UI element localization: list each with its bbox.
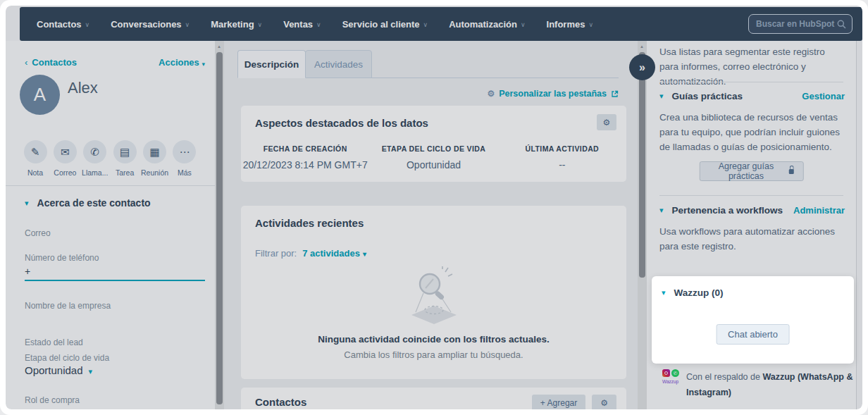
powered-by-text: Con el respaldo de Wazzup (WhatsApp & In… bbox=[686, 369, 855, 400]
highlight-columns: FECHA DE CREACIÓN 20/12/2023 8:14 PM GMT… bbox=[241, 144, 626, 171]
right-scrollbar[interactable]: ▲ bbox=[638, 41, 647, 409]
global-search[interactable] bbox=[748, 14, 852, 34]
gear-icon: ⚙ bbox=[487, 89, 495, 99]
phone-field-value[interactable]: + bbox=[25, 266, 30, 277]
chevron-down-icon: ∨ bbox=[588, 21, 593, 28]
card-settings-button[interactable]: ⚙ bbox=[597, 114, 616, 130]
card-title: Aspectos destacados de los datos bbox=[255, 117, 428, 129]
chevron-down-icon: ▾ bbox=[202, 61, 205, 68]
quick-action-label: Tarea bbox=[116, 168, 134, 177]
chevron-down-icon[interactable]: ▾ bbox=[659, 92, 664, 101]
lifecycle-stage-dropdown[interactable]: Oportunidad▾ bbox=[25, 364, 92, 376]
instagram-icon bbox=[662, 369, 670, 377]
divider bbox=[659, 195, 843, 196]
scrollbar-thumb[interactable] bbox=[216, 52, 223, 404]
tab-actividades[interactable]: Actividades bbox=[305, 50, 372, 78]
buying-role-field-label: Rol de compra bbox=[25, 395, 80, 405]
quick-action-label: Más bbox=[178, 168, 192, 177]
guides-description: Crea una biblioteca de recursos de venta… bbox=[659, 110, 844, 154]
highlight-column: ÚLTIMA ACTIVIDAD -- bbox=[498, 144, 626, 171]
administer-workflows-link[interactable]: Administrar bbox=[793, 205, 845, 216]
nav-item-conversaciones[interactable]: Conversaciones∨ bbox=[111, 19, 190, 30]
note-icon: ✎ bbox=[24, 140, 47, 163]
highlight-column: FECHA DE CREACIÓN 20/12/2023 8:14 PM GMT… bbox=[241, 144, 369, 171]
nav-menu: Contactos∨ Conversaciones∨ Marketing∨ Ve… bbox=[20, 19, 593, 30]
back-to-contacts-link[interactable]: ‹Contactos bbox=[25, 57, 77, 68]
about-contact-section-header[interactable]: ▾ Acerca de este contacto bbox=[25, 197, 151, 209]
avatar: A bbox=[20, 75, 60, 115]
envelope-icon: ✉ bbox=[54, 140, 77, 163]
chevron-left-icon: ‹ bbox=[25, 57, 27, 68]
contacts-settings-button[interactable]: ⚙ bbox=[592, 395, 616, 409]
phone-field-label: Número de teléfono bbox=[25, 253, 99, 263]
hubspot-app: Contactos∨ Conversaciones∨ Marketing∨ Ve… bbox=[6, 6, 862, 409]
nav-item-label: Contactos bbox=[37, 19, 82, 30]
wazzup-footer: ✆ Wazzup Con el respaldo de Wazzup (What… bbox=[662, 369, 855, 400]
calendar-icon: ▦ bbox=[143, 140, 166, 163]
task-button[interactable]: ▤Tarea bbox=[111, 140, 139, 177]
search-icon bbox=[837, 20, 846, 29]
nav-item-marketing[interactable]: Marketing∨ bbox=[211, 19, 262, 30]
workflows-description: Usa workflows para automatizar acciones … bbox=[659, 224, 844, 254]
note-button[interactable]: ✎Nota bbox=[21, 140, 49, 177]
chevron-down-icon: ∨ bbox=[521, 21, 526, 28]
highlight-label: FECHA DE CREACIÓN bbox=[241, 144, 369, 153]
manage-guides-link[interactable]: Gestionar bbox=[802, 91, 845, 101]
nav-item-informes[interactable]: Informes∨ bbox=[547, 19, 594, 30]
lifecycle-field-label: Etapa del ciclo de vida bbox=[25, 353, 109, 363]
nav-item-automatizacion[interactable]: Automatización∨ bbox=[449, 19, 525, 30]
wazzup-logo-text: Wazzup bbox=[662, 379, 678, 384]
chevron-down-icon: ▾ bbox=[25, 199, 29, 208]
contacts-card-actions: + Agregar ⚙ bbox=[532, 395, 616, 409]
external-link-icon bbox=[611, 90, 619, 98]
filter-value: 7 actividades bbox=[302, 248, 360, 259]
highlight-value: -- bbox=[498, 159, 626, 171]
email-button[interactable]: ✉Correo bbox=[51, 140, 79, 177]
call-button[interactable]: ✆Llama... bbox=[81, 140, 109, 177]
scrollbar-thumb[interactable] bbox=[639, 52, 645, 278]
nav-item-label: Conversaciones bbox=[111, 19, 181, 30]
about-section-title: Acerca de este contacto bbox=[37, 197, 151, 209]
contact-sidebar: ‹Contactos Acciones ▾ A Alex ✎Nota ✉Corr… bbox=[6, 41, 215, 409]
scroll-up-icon[interactable]: ▲ bbox=[640, 44, 644, 49]
add-guides-label: Agregar guías prácticas bbox=[709, 161, 783, 181]
actions-label: Acciones bbox=[159, 57, 199, 68]
nav-item-label: Informes bbox=[547, 19, 585, 30]
add-contact-button[interactable]: + Agregar bbox=[532, 395, 585, 409]
wazzup-section-spotlight: ▾ Wazzup (0) Chat abierto bbox=[652, 276, 854, 364]
nav-item-label: Servicio al cliente bbox=[342, 19, 420, 30]
collapse-panel-button[interactable]: » bbox=[629, 54, 655, 80]
nav-item-label: Ventas bbox=[283, 19, 313, 30]
chevron-down-icon: ▾ bbox=[89, 367, 93, 376]
nav-item-ventas[interactable]: Ventas∨ bbox=[283, 19, 321, 30]
middle-scrollbar[interactable]: ▲ bbox=[215, 41, 224, 409]
wazzup-logo: ✆ Wazzup bbox=[662, 369, 683, 400]
add-guides-button[interactable]: Agregar guías prácticas bbox=[699, 161, 804, 181]
nav-item-contactos[interactable]: Contactos∨ bbox=[37, 19, 89, 30]
divider bbox=[6, 185, 215, 186]
chevron-down-icon[interactable]: ▾ bbox=[659, 206, 664, 215]
nav-item-label: Automatización bbox=[449, 19, 517, 30]
empty-state-title: Ninguna actividad coincide con los filtr… bbox=[241, 334, 626, 345]
quick-actions-row: ✎Nota ✉Correo ✆Llama... ▤Tarea ▦Reunión … bbox=[21, 140, 199, 177]
tab-descripcion[interactable]: Descripción bbox=[237, 50, 306, 78]
chevron-down-icon[interactable]: ▾ bbox=[662, 288, 666, 297]
open-chat-button[interactable]: Chat abierto bbox=[716, 324, 790, 345]
nav-item-servicio[interactable]: Servicio al cliente∨ bbox=[342, 19, 428, 30]
record-main-panel: Descripción Actividades ⚙ Personalizar l… bbox=[224, 41, 638, 409]
email-field-label: Correo bbox=[25, 228, 51, 238]
customize-tabs-link[interactable]: ⚙ Personalizar las pestañas bbox=[487, 89, 619, 99]
chevron-down-icon: ∨ bbox=[423, 21, 428, 28]
scroll-up-icon[interactable]: ▲ bbox=[217, 44, 221, 49]
actions-dropdown[interactable]: Acciones ▾ bbox=[159, 57, 205, 68]
activities-filter-dropdown[interactable]: 7 actividades▾ bbox=[302, 248, 366, 259]
search-input[interactable] bbox=[755, 18, 837, 30]
task-icon: ▤ bbox=[113, 140, 137, 163]
meeting-button[interactable]: ▦Reunión bbox=[141, 140, 169, 177]
more-button[interactable]: ⋯Más bbox=[170, 140, 199, 177]
chevron-down-icon: ▾ bbox=[363, 250, 366, 258]
add-button-label: Agregar bbox=[547, 398, 578, 408]
avatar-initial: A bbox=[34, 84, 46, 106]
customize-tabs-label: Personalizar las pestañas bbox=[499, 89, 607, 99]
divider bbox=[659, 82, 843, 82]
